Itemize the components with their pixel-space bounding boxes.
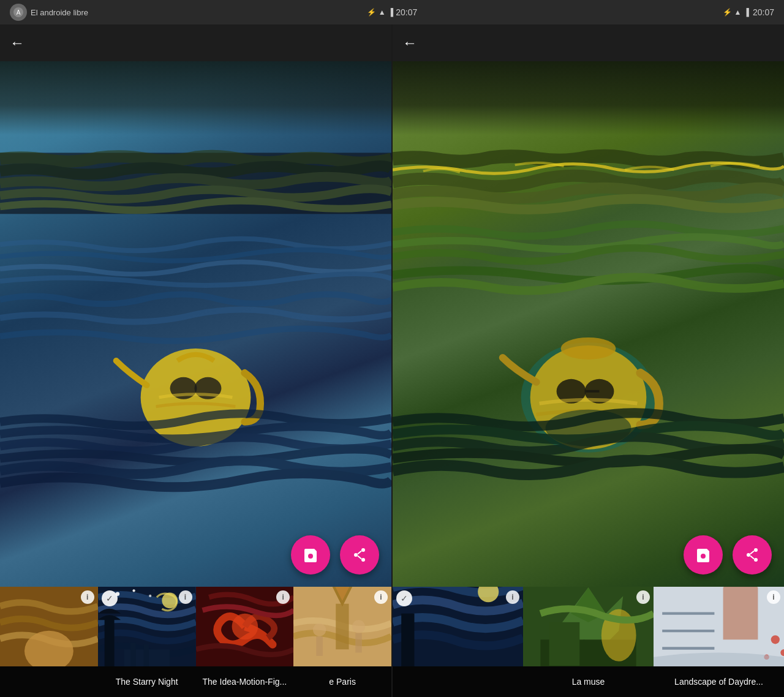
svg-point-40: [747, 553, 750, 557]
right-back-button[interactable]: ←: [402, 34, 417, 51]
svg-point-8: [354, 553, 358, 557]
right-action-buttons: [684, 535, 772, 575]
right-thumb-lamuse-info[interactable]: i: [636, 590, 650, 604]
app-logo: A El androide libre: [10, 4, 88, 21]
panel-divider: [391, 24, 393, 697]
logo-text: El androide libre: [31, 8, 88, 17]
svg-point-38: [546, 410, 631, 446]
svg-point-7: [361, 548, 365, 552]
svg-line-43: [750, 556, 754, 559]
right-thumb-starry-label: [393, 666, 523, 697]
wifi-icon: ▲: [379, 8, 386, 17]
right-share-button[interactable]: [733, 535, 772, 575]
left-thumb-paris[interactable]: i e Paris: [293, 587, 391, 697]
svg-rect-21: [130, 643, 136, 666]
signal-icon-right: ▐: [744, 8, 749, 17]
right-paint-overlay: [393, 61, 784, 587]
svg-point-41: [754, 558, 758, 562]
right-panel: ←: [393, 24, 784, 697]
right-art-area: [393, 61, 784, 587]
right-thumb-lamuse-label: La muse: [523, 666, 654, 697]
right-thumb-starry-info[interactable]: i: [506, 590, 519, 604]
right-thumb-landscape-label: Landscape of Daydre...: [654, 666, 784, 697]
svg-point-17: [132, 589, 135, 592]
right-fence: [393, 61, 784, 135]
svg-point-9: [361, 558, 365, 562]
svg-text:A: A: [17, 9, 21, 16]
status-bar-left: A El androide libre: [10, 4, 88, 21]
svg-point-34: [561, 337, 616, 360]
status-icons-center: ⚡ ▲ ▐ 20:07: [367, 7, 417, 17]
status-time-right: 20:07: [753, 7, 774, 17]
svg-line-11: [358, 556, 361, 559]
svg-rect-26: [336, 604, 349, 650]
right-thumb-landscape[interactable]: i Landscape of Daydre...: [654, 587, 784, 697]
left-action-buttons: [291, 535, 379, 575]
left-thumb-starry-label: The Starry Night: [98, 666, 196, 697]
svg-rect-53: [549, 622, 580, 666]
bluetooth-icon-right: ⚡: [723, 8, 732, 17]
left-thumb-idea[interactable]: i The Idea-Motion-Fig...: [196, 587, 294, 697]
svg-rect-3: [0, 153, 391, 214]
bluetooth-icon: ⚡: [367, 8, 376, 17]
logo-icon: A: [10, 4, 27, 21]
left-paint-overlay: [0, 61, 391, 587]
svg-point-6: [195, 377, 222, 399]
status-bar-right: ⚡ ▲ ▐ 20:07: [723, 7, 774, 17]
svg-line-10: [358, 551, 361, 554]
left-panel: ←: [0, 24, 391, 697]
svg-point-33: [530, 345, 647, 450]
left-back-button[interactable]: ←: [10, 34, 24, 51]
left-thumbnails-strip: i: [0, 587, 391, 697]
left-save-button[interactable]: [291, 535, 330, 575]
svg-rect-2: [0, 153, 391, 495]
right-art-canvas: [393, 61, 784, 587]
left-share-button[interactable]: [340, 535, 379, 575]
svg-point-35: [557, 379, 586, 404]
left-thumb-1-info[interactable]: i: [81, 590, 94, 604]
svg-point-5: [170, 377, 197, 399]
svg-point-18: [149, 595, 151, 597]
left-thumb-idea-label: The Idea-Motion-Fig...: [196, 666, 294, 697]
left-thumb-starry[interactable]: ✓ i The Starry Night: [98, 587, 196, 697]
left-thumb-1[interactable]: i: [0, 587, 98, 697]
signal-icon: ▐: [388, 8, 394, 17]
left-thumb-starry-check: ✓: [102, 590, 118, 606]
right-thumb-lamuse[interactable]: i La muse: [523, 587, 654, 697]
right-panel-header: ←: [393, 24, 784, 61]
svg-rect-37: [586, 390, 600, 393]
svg-rect-31: [393, 153, 784, 495]
left-fence: [0, 61, 391, 135]
svg-rect-19: [104, 617, 114, 666]
right-thumbnails-strip: ✓ i: [393, 587, 784, 697]
status-time-center: 20:07: [396, 7, 417, 17]
wifi-icon-right: ▲: [734, 8, 742, 17]
status-icons-right: ⚡ ▲ ▐: [723, 8, 749, 17]
svg-point-24: [232, 614, 258, 640]
svg-point-27: [313, 624, 326, 636]
svg-point-36: [585, 379, 614, 404]
svg-rect-48: [401, 614, 414, 666]
split-container: ←: [0, 24, 784, 697]
right-thumb-landscape-info[interactable]: i: [767, 590, 780, 604]
svg-point-4: [141, 348, 251, 446]
svg-rect-22: [143, 644, 149, 666]
svg-point-29: [352, 620, 365, 633]
right-save-button[interactable]: [684, 535, 723, 575]
left-thumb-paris-info[interactable]: i: [374, 590, 388, 604]
left-thumb-1-label: [0, 666, 98, 697]
svg-rect-28: [317, 636, 323, 656]
svg-line-42: [750, 551, 754, 554]
status-bar: A El androide libre ⚡ ▲ ▐ 20:07 ⚡ ▲ ▐ 20…: [0, 0, 784, 24]
left-art-area: [0, 61, 391, 587]
left-art-canvas: [0, 61, 391, 587]
right-thumb-starry-check: ✓: [396, 590, 412, 606]
left-thumb-paris-label: e Paris: [293, 666, 391, 697]
svg-rect-56: [723, 587, 758, 639]
svg-rect-30: [355, 633, 362, 653]
svg-point-32: [521, 342, 656, 453]
left-thumb-starry-info[interactable]: i: [179, 590, 192, 604]
svg-point-39: [754, 548, 758, 552]
left-panel-header: ←: [0, 24, 391, 61]
right-thumb-starry[interactable]: ✓ i: [393, 587, 523, 697]
